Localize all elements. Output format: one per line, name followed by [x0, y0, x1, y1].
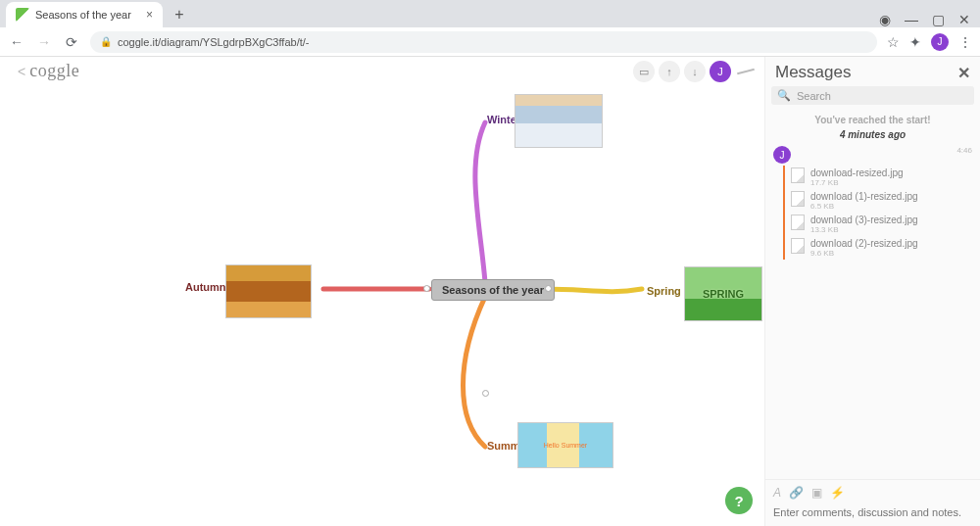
diagram-canvas[interactable]: < coggle ▭ ↑ ↓ J Seasons of the year Win [0, 57, 764, 526]
node-handle-bottom[interactable] [482, 390, 489, 397]
file-icon [791, 167, 805, 183]
italic-icon[interactable]: A [773, 486, 781, 500]
minimize-icon[interactable]: — [905, 12, 918, 27]
file-row[interactable]: download (3)-resized.jpg 13.3 KB [791, 213, 972, 236]
file-icon [791, 191, 805, 207]
node-label-spring[interactable]: Spring [647, 285, 681, 297]
messages-footer: A 🔗 ▣ ⚡ [765, 479, 980, 526]
tab-title: Seasons of the year [35, 9, 131, 21]
browser-tab[interactable]: Seasons of the year × [6, 2, 163, 27]
thumb-summer-text: Hello Summer [544, 442, 587, 449]
bookmark-icon[interactable]: ☆ [887, 34, 900, 50]
file-row[interactable]: download (2)-resized.jpg 9.6 KB [791, 236, 972, 260]
file-name: download-resized.jpg [810, 167, 904, 178]
file-name: download (3)-resized.jpg [810, 215, 918, 225]
extensions-icon[interactable]: ✦ [909, 34, 921, 50]
file-icon [791, 238, 805, 254]
url-text: coggle.it/diagram/YSLgdrpBXgC3ffab/t/- [118, 36, 309, 48]
forward-icon: → [35, 34, 53, 50]
window-controls: ◉ — ▢ ✕ [879, 12, 980, 27]
browser-menu-icon[interactable]: ⋮ [958, 34, 972, 50]
file-icon [791, 215, 805, 230]
node-handle-right[interactable] [545, 285, 552, 292]
help-button[interactable]: ? [725, 487, 753, 514]
messages-start-text: You've reached the start! [765, 115, 980, 125]
message-avatar[interactable]: J [773, 146, 791, 164]
node-center[interactable]: Seasons of the year [431, 279, 555, 301]
search-placeholder: Search [797, 90, 831, 102]
file-row[interactable]: download (1)-resized.jpg 6.5 KB [791, 189, 972, 213]
file-size: 13.3 KB [810, 225, 918, 234]
messages-timestamp: 4 minutes ago [765, 129, 980, 140]
thumb-winter[interactable] [514, 94, 603, 148]
browser-address-bar: ← → ⟳ 🔒 coggle.it/diagram/YSLgdrpBXgC3ff… [0, 27, 980, 57]
comment-toolbar: A 🔗 ▣ ⚡ [773, 486, 972, 500]
thumb-summer[interactable]: Hello Summer [517, 422, 613, 468]
file-row[interactable]: download-resized.jpg 17.7 KB [791, 166, 972, 189]
file-size: 6.5 KB [810, 202, 918, 211]
reload-icon[interactable]: ⟳ [63, 34, 80, 50]
message-header: J 4:46 [765, 146, 980, 164]
file-size: 9.6 KB [810, 249, 918, 258]
circle-icon[interactable]: ◉ [879, 12, 891, 27]
file-name: download (1)-resized.jpg [810, 191, 918, 202]
message-time: 4:46 [956, 146, 972, 155]
tab-favicon [16, 8, 29, 22]
image-icon[interactable]: ▣ [811, 486, 822, 500]
close-icon[interactable]: × [146, 8, 153, 22]
window-close-icon[interactable]: ✕ [958, 12, 970, 27]
browser-tabstrip: Seasons of the year × + ◉ — ▢ ✕ [0, 0, 980, 27]
url-field[interactable]: 🔒 coggle.it/diagram/YSLgdrpBXgC3ffab/t/- [90, 31, 877, 53]
new-tab-button[interactable]: + [169, 4, 190, 25]
link-icon[interactable]: 🔗 [789, 486, 804, 500]
messages-title: Messages [775, 63, 851, 82]
messages-panel: Messages ✕ 🔍 Search You've reached the s… [764, 57, 980, 526]
comment-input[interactable] [773, 506, 972, 518]
node-handle-left[interactable] [423, 285, 430, 292]
file-name: download (2)-resized.jpg [810, 238, 918, 249]
bolt-icon[interactable]: ⚡ [830, 486, 845, 500]
close-panel-icon[interactable]: ✕ [957, 64, 970, 82]
back-icon[interactable]: ← [8, 34, 25, 50]
profile-avatar[interactable]: J [931, 33, 949, 51]
thumb-spring[interactable] [684, 266, 762, 321]
search-icon: 🔍 [777, 89, 791, 102]
node-label-autumn[interactable]: Autumn [185, 281, 226, 293]
file-list: download-resized.jpg 17.7 KB download (1… [783, 166, 972, 260]
messages-search[interactable]: 🔍 Search [771, 86, 974, 105]
file-size: 17.7 KB [810, 178, 904, 187]
thumb-autumn[interactable] [225, 264, 312, 318]
lock-icon: 🔒 [100, 36, 112, 47]
maximize-icon[interactable]: ▢ [932, 12, 945, 27]
